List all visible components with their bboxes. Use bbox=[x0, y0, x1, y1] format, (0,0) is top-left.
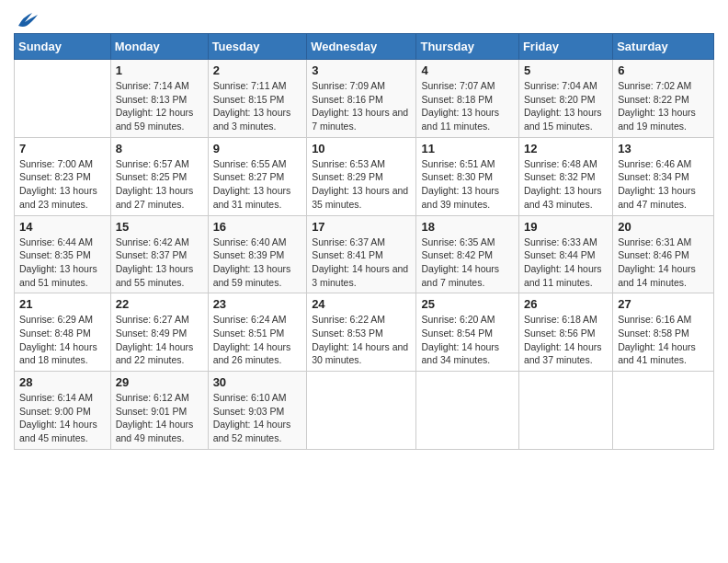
day-info: Sunrise: 6:44 AMSunset: 8:35 PMDaylight:… bbox=[19, 236, 106, 290]
day-number: 1 bbox=[116, 63, 203, 77]
calendar-week-row: 14 Sunrise: 6:44 AMSunset: 8:35 PMDaylig… bbox=[15, 215, 714, 293]
day-info: Sunrise: 6:42 AMSunset: 8:37 PMDaylight:… bbox=[116, 236, 203, 290]
day-info: Sunrise: 6:29 AMSunset: 8:48 PMDaylight:… bbox=[19, 313, 106, 367]
calendar-cell: 27 Sunrise: 6:16 AMSunset: 8:58 PMDaylig… bbox=[613, 293, 714, 372]
day-info: Sunrise: 6:10 AMSunset: 9:03 PMDaylight:… bbox=[213, 391, 302, 445]
day-number: 26 bbox=[524, 297, 608, 311]
calendar-cell: 8 Sunrise: 6:57 AMSunset: 8:25 PMDayligh… bbox=[110, 137, 208, 215]
weekday-header-row: SundayMondayTuesdayWednesdayThursdayFrid… bbox=[15, 34, 714, 60]
calendar-cell: 23 Sunrise: 6:24 AMSunset: 8:51 PMDaylig… bbox=[208, 293, 307, 372]
day-info: Sunrise: 7:04 AMSunset: 8:20 PMDaylight:… bbox=[524, 79, 608, 133]
day-info: Sunrise: 6:31 AMSunset: 8:46 PMDaylight:… bbox=[618, 236, 709, 290]
day-info: Sunrise: 6:55 AMSunset: 8:27 PMDaylight:… bbox=[213, 157, 302, 212]
calendar-cell: 24 Sunrise: 6:22 AMSunset: 8:53 PMDaylig… bbox=[307, 293, 416, 372]
calendar-cell: 13 Sunrise: 6:46 AMSunset: 8:34 PMDaylig… bbox=[613, 137, 714, 215]
calendar-cell: 5 Sunrise: 7:04 AMSunset: 8:20 PMDayligh… bbox=[518, 60, 612, 138]
calendar-week-row: 28 Sunrise: 6:14 AMSunset: 9:00 PMDaylig… bbox=[15, 372, 714, 450]
day-info: Sunrise: 6:51 AMSunset: 8:30 PMDaylight:… bbox=[421, 157, 513, 212]
calendar-cell: 10 Sunrise: 6:53 AMSunset: 8:29 PMDaylig… bbox=[307, 137, 416, 215]
weekday-header: Monday bbox=[110, 34, 208, 60]
calendar-cell: 20 Sunrise: 6:31 AMSunset: 8:46 PMDaylig… bbox=[613, 215, 714, 293]
day-info: Sunrise: 7:07 AMSunset: 8:18 PMDaylight:… bbox=[421, 79, 513, 133]
calendar-cell: 1 Sunrise: 7:14 AMSunset: 8:13 PMDayligh… bbox=[110, 60, 208, 138]
calendar-cell: 18 Sunrise: 6:35 AMSunset: 8:42 PMDaylig… bbox=[416, 215, 518, 293]
day-info: Sunrise: 6:27 AMSunset: 8:49 PMDaylight:… bbox=[116, 313, 203, 367]
calendar-cell: 7 Sunrise: 7:00 AMSunset: 8:23 PMDayligh… bbox=[15, 137, 111, 215]
day-info: Sunrise: 7:09 AMSunset: 8:16 PMDaylight:… bbox=[312, 79, 411, 133]
calendar-cell: 14 Sunrise: 6:44 AMSunset: 8:35 PMDaylig… bbox=[15, 215, 111, 293]
calendar-cell: 12 Sunrise: 6:48 AMSunset: 8:32 PMDaylig… bbox=[518, 137, 612, 215]
logo bbox=[14, 9, 45, 29]
calendar-week-row: 21 Sunrise: 6:29 AMSunset: 8:48 PMDaylig… bbox=[15, 293, 714, 372]
weekday-header: Wednesday bbox=[307, 34, 416, 60]
day-info: Sunrise: 6:20 AMSunset: 8:54 PMDaylight:… bbox=[421, 313, 513, 367]
calendar-cell: 16 Sunrise: 6:40 AMSunset: 8:39 PMDaylig… bbox=[208, 215, 307, 293]
calendar-cell bbox=[518, 372, 612, 450]
calendar-cell: 3 Sunrise: 7:09 AMSunset: 8:16 PMDayligh… bbox=[307, 60, 416, 138]
day-number: 15 bbox=[116, 220, 203, 234]
calendar-cell: 9 Sunrise: 6:55 AMSunset: 8:27 PMDayligh… bbox=[208, 137, 307, 215]
day-number: 3 bbox=[312, 63, 411, 77]
day-info: Sunrise: 6:40 AMSunset: 8:39 PMDaylight:… bbox=[213, 236, 302, 290]
calendar-cell: 25 Sunrise: 6:20 AMSunset: 8:54 PMDaylig… bbox=[416, 293, 518, 372]
day-number: 17 bbox=[312, 220, 411, 234]
day-info: Sunrise: 7:00 AMSunset: 8:23 PMDaylight:… bbox=[19, 157, 106, 212]
day-info: Sunrise: 6:35 AMSunset: 8:42 PMDaylight:… bbox=[421, 236, 513, 290]
day-number: 8 bbox=[116, 142, 203, 155]
day-number: 18 bbox=[421, 220, 513, 234]
calendar-cell: 21 Sunrise: 6:29 AMSunset: 8:48 PMDaylig… bbox=[15, 293, 111, 372]
day-info: Sunrise: 6:57 AMSunset: 8:25 PMDaylight:… bbox=[116, 157, 203, 212]
day-number: 2 bbox=[213, 63, 302, 77]
weekday-header: Tuesday bbox=[208, 34, 307, 60]
day-number: 13 bbox=[618, 142, 709, 155]
day-number: 28 bbox=[19, 375, 106, 389]
day-number: 27 bbox=[618, 297, 709, 311]
logo-icon bbox=[14, 9, 41, 29]
calendar-cell: 29 Sunrise: 6:12 AMSunset: 9:01 PMDaylig… bbox=[110, 372, 208, 450]
calendar-cell: 19 Sunrise: 6:33 AMSunset: 8:44 PMDaylig… bbox=[518, 215, 612, 293]
day-info: Sunrise: 6:24 AMSunset: 8:51 PMDaylight:… bbox=[213, 313, 302, 367]
day-info: Sunrise: 6:14 AMSunset: 9:00 PMDaylight:… bbox=[19, 391, 106, 445]
day-number: 19 bbox=[524, 220, 608, 234]
day-info: Sunrise: 6:48 AMSunset: 8:32 PMDaylight:… bbox=[524, 157, 608, 212]
calendar-cell: 30 Sunrise: 6:10 AMSunset: 9:03 PMDaylig… bbox=[208, 372, 307, 450]
calendar-cell: 26 Sunrise: 6:18 AMSunset: 8:56 PMDaylig… bbox=[518, 293, 612, 372]
day-number: 4 bbox=[421, 63, 513, 77]
day-info: Sunrise: 6:53 AMSunset: 8:29 PMDaylight:… bbox=[312, 157, 411, 212]
day-number: 22 bbox=[116, 297, 203, 311]
weekday-header: Thursday bbox=[416, 34, 518, 60]
weekday-header: Friday bbox=[518, 34, 612, 60]
day-info: Sunrise: 7:02 AMSunset: 8:22 PMDaylight:… bbox=[618, 79, 709, 133]
calendar-week-row: 7 Sunrise: 7:00 AMSunset: 8:23 PMDayligh… bbox=[15, 137, 714, 215]
day-info: Sunrise: 6:16 AMSunset: 8:58 PMDaylight:… bbox=[618, 313, 709, 367]
weekday-header: Saturday bbox=[613, 34, 714, 60]
weekday-header: Sunday bbox=[15, 34, 111, 60]
calendar-cell: 4 Sunrise: 7:07 AMSunset: 8:18 PMDayligh… bbox=[416, 60, 518, 138]
day-info: Sunrise: 7:14 AMSunset: 8:13 PMDaylight:… bbox=[116, 79, 203, 133]
calendar-cell bbox=[307, 372, 416, 450]
day-info: Sunrise: 6:12 AMSunset: 9:01 PMDaylight:… bbox=[116, 391, 203, 445]
calendar-cell bbox=[613, 372, 714, 450]
calendar-cell: 17 Sunrise: 6:37 AMSunset: 8:41 PMDaylig… bbox=[307, 215, 416, 293]
day-number: 16 bbox=[213, 220, 302, 234]
day-info: Sunrise: 6:37 AMSunset: 8:41 PMDaylight:… bbox=[312, 236, 411, 290]
day-info: Sunrise: 6:18 AMSunset: 8:56 PMDaylight:… bbox=[524, 313, 608, 367]
calendar-cell: 6 Sunrise: 7:02 AMSunset: 8:22 PMDayligh… bbox=[613, 60, 714, 138]
calendar-cell bbox=[416, 372, 518, 450]
day-number: 5 bbox=[524, 63, 608, 77]
day-number: 7 bbox=[19, 142, 106, 155]
day-info: Sunrise: 6:33 AMSunset: 8:44 PMDaylight:… bbox=[524, 236, 608, 290]
day-info: Sunrise: 6:46 AMSunset: 8:34 PMDaylight:… bbox=[618, 157, 709, 212]
day-number: 30 bbox=[213, 375, 302, 389]
calendar-table: SundayMondayTuesdayWednesdayThursdayFrid… bbox=[14, 33, 714, 450]
day-number: 24 bbox=[312, 297, 411, 311]
day-number: 29 bbox=[116, 375, 203, 389]
day-number: 12 bbox=[524, 142, 608, 155]
day-number: 14 bbox=[19, 220, 106, 234]
header bbox=[14, 9, 714, 29]
calendar-cell: 28 Sunrise: 6:14 AMSunset: 9:00 PMDaylig… bbox=[15, 372, 111, 450]
calendar-week-row: 1 Sunrise: 7:14 AMSunset: 8:13 PMDayligh… bbox=[15, 60, 714, 138]
day-number: 9 bbox=[213, 142, 302, 155]
day-number: 10 bbox=[312, 142, 411, 155]
day-number: 20 bbox=[618, 220, 709, 234]
